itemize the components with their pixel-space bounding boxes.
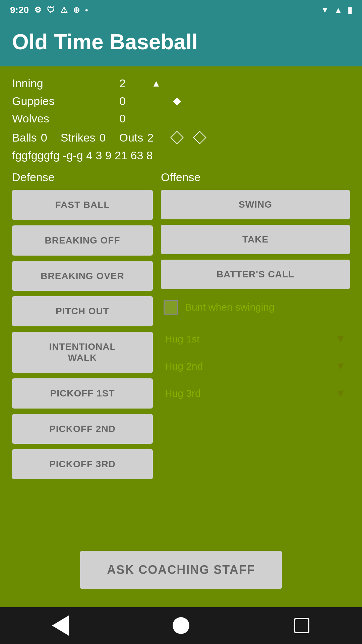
at-icon: ⊕ bbox=[73, 5, 80, 15]
offense-header: Offense bbox=[161, 171, 350, 184]
columns-container: Defense FAST BALL BREAKING OFF BREAKING … bbox=[12, 171, 350, 537]
hug-1st-label: Hug 1st bbox=[165, 333, 199, 345]
main-content: Inning 2 ▲ Guppies 0 ◆ Wolves 0 Balls 0 … bbox=[0, 66, 362, 607]
pickoff-3rd-button[interactable]: PICKOFF 3RD bbox=[12, 449, 153, 479]
inning-value: 2 bbox=[119, 74, 146, 92]
hug-2nd-dropdown[interactable]: Hug 2nd ▼ bbox=[161, 354, 350, 378]
battery-icon: ▮ bbox=[348, 5, 352, 15]
hug-1st-arrow: ▼ bbox=[335, 333, 346, 345]
offense-column: Offense SWING TAKE BATTER'S CALL Bunt wh… bbox=[153, 171, 350, 537]
warning-icon: ⚠ bbox=[60, 5, 68, 15]
strikes-label: Strikes bbox=[61, 129, 96, 147]
pickoff-1st-button[interactable]: PICKOFF 1ST bbox=[12, 378, 153, 409]
swing-button[interactable]: SWING bbox=[161, 190, 350, 219]
fastball-button[interactable]: FAST BALL bbox=[12, 190, 153, 220]
dot-icon: • bbox=[85, 5, 88, 15]
nav-bar bbox=[0, 607, 362, 644]
pitch-out-button[interactable]: PITCH OUT bbox=[12, 296, 153, 326]
inning-label: Inning bbox=[12, 74, 119, 92]
defense-column: Defense FAST BALL BREAKING OFF BREAKING … bbox=[12, 171, 153, 537]
status-bar: 9:20 ⚙ 🛡 ⚠ ⊕ • ▼ ▲ ▮ bbox=[0, 0, 362, 20]
signal-icon: ▲ bbox=[334, 5, 342, 15]
outs-value: 2 bbox=[147, 129, 154, 147]
hug-1st-dropdown[interactable]: Hug 1st ▼ bbox=[161, 327, 350, 351]
batters-call-button[interactable]: BATTER'S CALL bbox=[161, 260, 350, 289]
defense-header: Defense bbox=[12, 171, 153, 184]
nav-back-button[interactable] bbox=[47, 612, 74, 639]
breaking-off-button[interactable]: BREAKING OFF bbox=[12, 225, 153, 256]
app-title: Old Time Baseball bbox=[12, 30, 350, 54]
extra-text: fggfgggfg -g-g 4 3 9 21 63 8 bbox=[12, 147, 153, 164]
ask-btn-container: ASK COACHING STAFF bbox=[12, 537, 350, 599]
settings-icon: ⚙ bbox=[34, 5, 42, 15]
nav-home-button[interactable] bbox=[168, 612, 194, 639]
inning-indicator: ▲ bbox=[152, 76, 161, 91]
team1-icon: ◆ bbox=[173, 93, 181, 109]
team1-score: 0 bbox=[119, 92, 146, 110]
bunt-row: Bunt when swinging bbox=[161, 294, 350, 320]
balls-value: 0 bbox=[41, 129, 47, 147]
hug-3rd-dropdown[interactable]: Hug 3rd ▼ bbox=[161, 381, 350, 406]
status-time: 9:20 bbox=[10, 5, 29, 15]
wifi-icon: ▼ bbox=[321, 5, 329, 15]
take-button[interactable]: TAKE bbox=[161, 225, 350, 254]
strikes-value: 0 bbox=[100, 129, 106, 147]
hug-3rd-arrow: ▼ bbox=[335, 387, 346, 399]
breaking-over-button[interactable]: BREAKING OVER bbox=[12, 261, 153, 291]
hug-2nd-arrow: ▼ bbox=[335, 360, 346, 372]
pickoff-2nd-button[interactable]: PICKOFF 2ND bbox=[12, 414, 153, 444]
balls-label: Balls bbox=[12, 129, 37, 147]
bunt-label: Bunt when swinging bbox=[185, 302, 275, 313]
recent-icon bbox=[294, 618, 309, 633]
nav-recent-button[interactable] bbox=[288, 612, 315, 639]
home-icon bbox=[173, 617, 189, 634]
shield-icon: 🛡 bbox=[47, 5, 55, 15]
outs-label: Outs bbox=[119, 129, 143, 147]
team2-score: 0 bbox=[119, 110, 146, 127]
ask-coaching-staff-button[interactable]: ASK COACHING STAFF bbox=[80, 551, 282, 589]
hug-2nd-label: Hug 2nd bbox=[165, 361, 203, 372]
bunt-checkbox[interactable] bbox=[164, 300, 178, 315]
base2-icon bbox=[193, 131, 206, 145]
base1-icon bbox=[170, 131, 184, 145]
intentional-walk-button[interactable]: INTENTIONAL WALK bbox=[12, 332, 153, 373]
scoreboard: Inning 2 ▲ Guppies 0 ◆ Wolves 0 Balls 0 … bbox=[12, 74, 350, 164]
back-icon bbox=[52, 615, 69, 636]
team1-label: Guppies bbox=[12, 92, 119, 110]
app-header: Old Time Baseball bbox=[0, 20, 362, 66]
hug-3rd-label: Hug 3rd bbox=[165, 388, 201, 399]
team2-label: Wolves bbox=[12, 110, 119, 127]
